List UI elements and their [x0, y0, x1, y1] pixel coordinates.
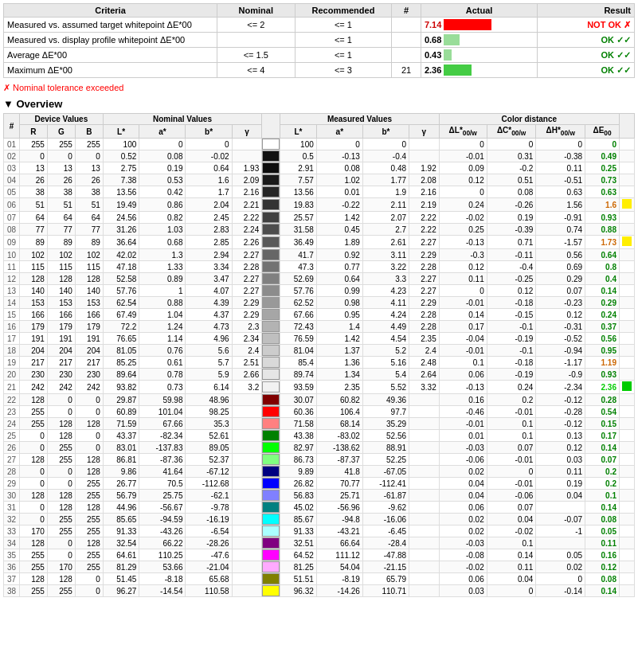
- ny-val: [232, 454, 262, 466]
- nominal-val-1: [217, 33, 295, 48]
- na-val: 0.78: [139, 369, 186, 381]
- table-row: 24 255 128 128 71.59 67.66 35.3 71.58 68…: [4, 418, 635, 430]
- dl-val: 0: [439, 186, 487, 198]
- table-row: 38 255 255 0 96.27 -14.54 110.58 96.32 -…: [4, 585, 635, 597]
- result-bar: [620, 490, 635, 502]
- ny-val: [232, 466, 262, 478]
- dc-val: 0.1: [487, 537, 536, 549]
- r-val: 64: [20, 212, 48, 224]
- na-val: 0.42: [139, 186, 186, 198]
- result-bar: [620, 514, 635, 525]
- color-swatch: [262, 478, 280, 490]
- result-bar: [620, 249, 635, 261]
- nl-val: 100: [103, 139, 139, 150]
- color-swatch: [262, 212, 280, 224]
- r-val: 128: [20, 573, 48, 585]
- result-bar: [620, 297, 635, 309]
- color-swatch: [262, 345, 280, 357]
- ma-val: 111.12: [316, 549, 362, 561]
- mb-val: 97.7: [362, 406, 409, 418]
- mb-val: 3.11: [362, 249, 409, 261]
- ma-val: 1.89: [316, 236, 362, 249]
- my-val: 2.48: [409, 357, 440, 369]
- dl-val: 0.1: [439, 357, 487, 369]
- ma-val: -43.21: [316, 525, 362, 537]
- color-swatch: [262, 236, 280, 249]
- r-val: 51: [20, 198, 48, 212]
- table-row: 28 0 0 128 9.86 41.64 -67.12 9.89 41.8 -…: [4, 466, 635, 478]
- table-row: 21 242 242 242 93.82 0.73 6.14 3.2 93.59…: [4, 381, 635, 394]
- my-val: 2.19: [409, 198, 440, 212]
- dh-val: -0.94: [536, 345, 585, 357]
- color-swatch: [262, 150, 280, 162]
- r-val: 0: [20, 514, 48, 525]
- ma-val: 1.36: [316, 357, 362, 369]
- ny-val: [232, 418, 262, 430]
- dl-val: 0.04: [439, 478, 487, 490]
- table-row: 01 255 255 255 100 0 0 100 0 0 0 0 0 0: [4, 139, 635, 150]
- nl-val: 31.26: [103, 224, 139, 236]
- r-val: 102: [20, 249, 48, 261]
- de-val: 0.17: [585, 430, 620, 442]
- ml-val: 76.59: [280, 333, 317, 345]
- table-row: 04 26 26 26 7.38 0.53 1.6 2.09 7.57 1.02…: [4, 174, 635, 186]
- result-bar: [620, 345, 635, 357]
- recommended-header: Recommended: [295, 4, 392, 18]
- actual-val-2: 0.43: [421, 48, 537, 63]
- na-val: 53.66: [139, 561, 186, 573]
- ma-val: -138.62: [316, 442, 362, 454]
- b-val: 217: [75, 357, 103, 369]
- g-val: 217: [47, 357, 75, 369]
- my-val: 2.27: [409, 285, 440, 297]
- mb-val: 4.54: [362, 333, 409, 345]
- de-val: 0.12: [585, 561, 620, 573]
- main-container: Criteria Nominal Recommended # Actual Re…: [0, 0, 638, 600]
- ml-val: 64.52: [280, 549, 317, 561]
- de-header: ΔE00: [585, 125, 620, 139]
- result-bar: [620, 186, 635, 198]
- na-val: 1.04: [139, 309, 186, 321]
- dh-val: -2.34: [536, 381, 585, 394]
- row-num: 13: [4, 285, 20, 297]
- nb-val: 52.61: [186, 430, 232, 442]
- ml-val: 89.74: [280, 369, 317, 381]
- nb-val: 5.9: [186, 369, 232, 381]
- b-val: 128: [75, 273, 103, 285]
- ny-val: [232, 537, 262, 549]
- my-val: 2.27: [409, 273, 440, 285]
- de-val: 0.08: [585, 514, 620, 525]
- ma-val: -94.8: [316, 514, 362, 525]
- ma-val: 0.98: [316, 297, 362, 309]
- de-val: 0.95: [585, 345, 620, 357]
- recommended-val-1: <= 1: [295, 33, 392, 48]
- result-bar: [620, 321, 635, 333]
- dc-val: -0.02: [487, 525, 536, 537]
- my-val: 1.92: [409, 162, 440, 174]
- row-num: 33: [4, 525, 20, 537]
- result-bar: [620, 418, 635, 430]
- nl-val: 9.86: [103, 466, 139, 478]
- ma-val: -83.02: [316, 430, 362, 442]
- mb-val: 0.48: [362, 162, 409, 174]
- ny-val: [232, 150, 262, 162]
- actual-val-0: 7.14: [421, 18, 537, 33]
- color-swatch: [262, 525, 280, 537]
- nl-val: 57.76: [103, 285, 139, 297]
- ny-val: [232, 478, 262, 490]
- actual-val-1: 0.68: [421, 33, 537, 48]
- row-num: 32: [4, 514, 20, 525]
- nl-val: 86.81: [103, 454, 139, 466]
- dh-val: -0.52: [536, 333, 585, 345]
- my-val: [409, 561, 440, 573]
- result-bar: [620, 478, 635, 490]
- de-val: 0.28: [585, 394, 620, 406]
- g-val: 13: [47, 162, 75, 174]
- dc-val: 0.1: [487, 418, 536, 430]
- dc-val: 0.12: [487, 285, 536, 297]
- ml-val: 72.43: [280, 321, 317, 333]
- g-val: 204: [47, 345, 75, 357]
- nb-val: 4.96: [186, 333, 232, 345]
- mb-val: 5.16: [362, 357, 409, 369]
- dh-val: -0.38: [536, 150, 585, 162]
- my-val: 2.27: [409, 236, 440, 249]
